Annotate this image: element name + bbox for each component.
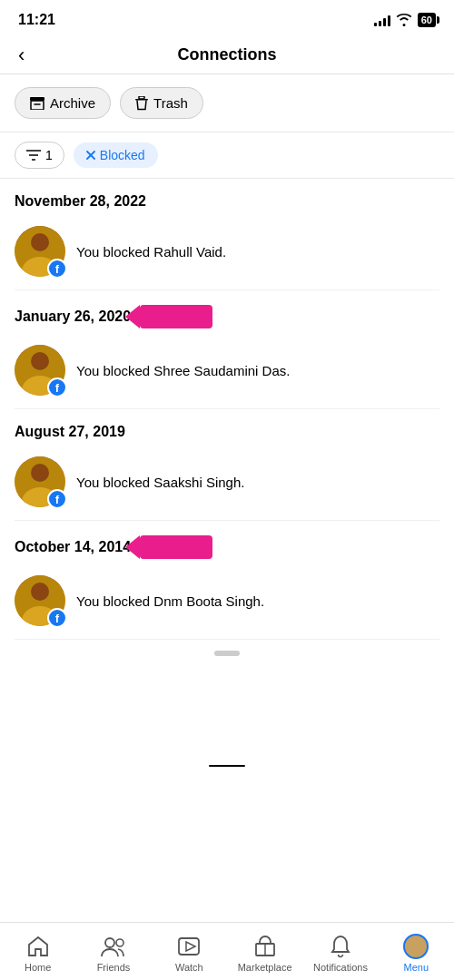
battery-icon: 60 bbox=[418, 13, 436, 27]
nav-notifications-label: Notifications bbox=[313, 962, 368, 973]
active-filter-row: 1 Blocked bbox=[0, 132, 454, 179]
avatar-wrapper-3: f bbox=[15, 456, 65, 507]
date-header-4: October 14, 2014 bbox=[15, 521, 439, 568]
connection-text-3: You blocked Saakshi Singh. bbox=[76, 475, 439, 490]
home-icon bbox=[25, 934, 51, 959]
arrow-indicator-2 bbox=[140, 535, 212, 559]
connection-item-2: f You blocked Shree Saudamini Das. bbox=[15, 338, 439, 409]
marketplace-icon bbox=[252, 934, 278, 959]
scroll-indicator bbox=[15, 640, 439, 667]
connection-item-4: f You blocked Dnm Boota Singh. bbox=[15, 568, 439, 640]
trash-icon bbox=[135, 96, 148, 111]
bottom-nav: Home Friends Watch bbox=[0, 922, 454, 980]
watch-icon bbox=[176, 934, 202, 959]
connection-text-2: You blocked Shree Saudamini Das. bbox=[76, 363, 439, 378]
filter-icon bbox=[26, 149, 41, 162]
nav-watch-label: Watch bbox=[175, 962, 203, 973]
status-time: 11:21 bbox=[18, 12, 55, 28]
blocked-tag[interactable]: Blocked bbox=[74, 142, 158, 168]
close-icon bbox=[86, 151, 95, 160]
page-title: Connections bbox=[177, 45, 276, 64]
svg-point-23 bbox=[116, 939, 123, 946]
nav-notifications[interactable]: Notifications bbox=[302, 930, 378, 976]
notifications-icon bbox=[328, 934, 353, 959]
archive-button[interactable]: Archive bbox=[15, 87, 111, 119]
date-header-2: January 26, 2020 bbox=[15, 290, 439, 338]
nav-marketplace-label: Marketplace bbox=[238, 962, 292, 973]
svg-point-14 bbox=[31, 352, 49, 370]
trash-button[interactable]: Trash bbox=[120, 87, 203, 119]
header: ‹ Connections bbox=[0, 36, 454, 74]
status-bar: 11:21 60 bbox=[0, 0, 454, 36]
menu-avatar bbox=[403, 934, 429, 959]
svg-rect-4 bbox=[139, 96, 144, 99]
nav-home[interactable]: Home bbox=[0, 930, 75, 976]
filter-row: Archive Trash bbox=[0, 74, 454, 132]
date-header-1: November 28, 2022 bbox=[15, 179, 439, 219]
connection-item-3: f You blocked Saakshi Singh. bbox=[15, 449, 439, 521]
nav-friends[interactable]: Friends bbox=[75, 930, 151, 976]
nav-marketplace[interactable]: Marketplace bbox=[227, 930, 302, 976]
svg-point-20 bbox=[31, 583, 49, 601]
date-header-3: August 27, 2019 bbox=[15, 409, 439, 449]
status-icons: 60 bbox=[374, 13, 436, 27]
signal-icon bbox=[374, 14, 390, 26]
svg-rect-1 bbox=[31, 101, 44, 110]
nav-watch[interactable]: Watch bbox=[152, 930, 227, 976]
nav-friends-label: Friends bbox=[97, 962, 131, 973]
connection-text-1: You blocked Rahull Vaid. bbox=[76, 244, 439, 260]
home-indicator bbox=[209, 765, 245, 767]
svg-point-17 bbox=[31, 464, 49, 482]
svg-point-22 bbox=[105, 938, 114, 947]
wifi-icon bbox=[396, 14, 412, 26]
fb-badge-3: f bbox=[47, 489, 67, 509]
connection-text-4: You blocked Dnm Boota Singh. bbox=[76, 593, 439, 609]
nav-menu[interactable]: Menu bbox=[379, 930, 454, 976]
fb-badge-2: f bbox=[47, 377, 67, 397]
avatar-wrapper-1: f bbox=[15, 226, 65, 277]
scroll-dot bbox=[214, 651, 240, 656]
fb-badge-4: f bbox=[47, 608, 67, 628]
fb-badge-1: f bbox=[47, 259, 67, 279]
nav-menu-label: Menu bbox=[404, 962, 429, 973]
content: November 28, 2022 f You blocked Rahull V… bbox=[0, 179, 454, 758]
svg-marker-25 bbox=[186, 942, 195, 951]
connection-item-1: f You blocked Rahull Vaid. bbox=[15, 219, 439, 290]
avatar-wrapper-2: f bbox=[15, 345, 65, 396]
arrow-indicator-1 bbox=[140, 305, 212, 328]
archive-icon bbox=[30, 97, 44, 110]
nav-home-label: Home bbox=[25, 962, 51, 973]
back-button[interactable]: ‹ bbox=[18, 44, 25, 67]
avatar-wrapper-4: f bbox=[15, 575, 65, 626]
filter-count-button[interactable]: 1 bbox=[15, 142, 64, 169]
svg-point-11 bbox=[31, 233, 49, 251]
friends-icon bbox=[101, 934, 126, 959]
